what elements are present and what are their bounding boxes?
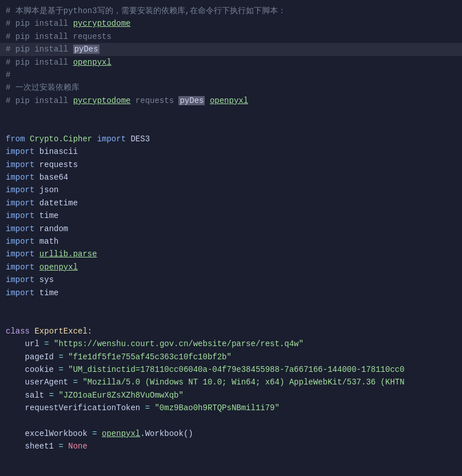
blank-2 (0, 120, 462, 133)
highlighted-pydes-2: pyDes (178, 96, 205, 105)
blank-4 (0, 312, 462, 324)
line-cookie: cookie = "UM_distinctid=178110cc06040a-0… (0, 363, 462, 376)
line-3: # pip install requests (0, 30, 462, 43)
line-class-def: class ExportExcel: (0, 325, 462, 338)
line-1: # 本脚本是基于python3写的，需要安装的依赖库,在命令行下执行如下脚本： (0, 5, 462, 17)
module-pycryptodome: pycryptodome (73, 19, 131, 28)
line-excelworkbook: excelWorkbook = openpyxl.Workbook() (0, 427, 462, 440)
blank-3 (0, 299, 462, 312)
blank-1 (0, 107, 462, 120)
line-token: requestVerificationToken = "0mz9Bao0h9RT… (0, 402, 462, 414)
line-import-datetime: import datetime (0, 197, 462, 209)
line-import-base64: import base64 (0, 171, 462, 184)
line-import-random: import random (0, 223, 462, 235)
line-8: # pip install pycryptodome requests pyDe… (0, 94, 462, 107)
line-import-math: import math (0, 235, 462, 248)
line-7: # 一次过安装依赖库 (0, 81, 462, 94)
module-pycrpto-2: pycryptodome (73, 96, 131, 105)
module-openpyxl-2: openpyxl (210, 96, 248, 105)
line-2: # pip install pycryptodome (0, 17, 462, 30)
line-import-requests: import requests (0, 158, 462, 171)
line-import-time2: import time (0, 287, 462, 299)
line-6: # (0, 69, 462, 81)
line-import-json: import json (0, 184, 462, 196)
module-openpyxl-comment: openpyxl (73, 58, 111, 67)
line-salt: salt = "JZO1oaEur8ZsXZh8VuOmwXqb" (0, 389, 462, 402)
line-sheet1: sheet1 = None (0, 440, 462, 453)
line-import-binascii: import binascii (0, 145, 462, 158)
line-pageid: pageId = "f1e1df5f1e755af45c363c10fc10bf… (0, 351, 462, 363)
line-import-openpyxl: import openpyxl (0, 261, 462, 273)
code-editor: # 本脚本是基于python3写的，需要安装的依赖库,在命令行下执行如下脚本： … (0, 0, 462, 476)
highlighted-pydes: pyDes (73, 45, 99, 54)
line-url: url = "https://wenshu.court.gov.cn/websi… (0, 338, 462, 350)
line-import-sys: import sys (0, 273, 462, 286)
line-4: # pip install pyDes (0, 43, 462, 55)
line-from-import: from Crypto.Cipher import DES3 (0, 133, 462, 145)
line-import-urllib: import urllib.parse (0, 248, 462, 260)
line-import-time1: import time (0, 209, 462, 222)
line-5: # pip install openpyxl (0, 56, 462, 69)
blank-5 (0, 415, 462, 427)
line-useragent: userAgent = "Mozilla/5.0 (Windows NT 10.… (0, 376, 462, 388)
